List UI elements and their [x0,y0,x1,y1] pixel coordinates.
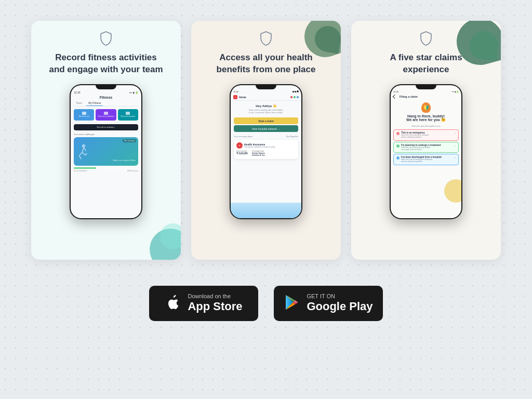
meditation-icon [104,112,108,115]
workout-icon [126,112,130,115]
shield-icon-3 [420,31,432,46]
p3-shield-icon: 🔰 [421,102,431,113]
p3-discharged-dot [396,156,400,159]
app-store-small-text: Download on the [188,293,242,300]
status-bar-1: 12:30 ▪▪▪ ▮ 🔋 [71,89,141,94]
yellow-deco [444,179,461,203]
google-play-large-text: Google Play [307,300,373,313]
p2-nav-dots [290,96,299,98]
p1-contributors: 🏃 12 Contributors 14/25 kms done [71,170,141,172]
svg-line-4 [82,152,85,155]
claims-phone-mockup: 12:30 ▪▪▪ ▮ 🔋 Filing a claim 🔰 Hang in t… [390,84,462,219]
p2-insurance-card: + Health Insurance Your group mediclaim … [234,140,298,159]
p3-header: Filing a claim [391,94,461,100]
apple-icon [165,294,181,313]
p3-select-label: Select the option that applies to you [391,124,461,128]
p1-tab-team[interactable]: Team [74,100,84,106]
app-store-text: Download on the App Store [188,293,242,314]
fitness-card-title: Record fitness activities and engage wit… [49,52,163,76]
p3-greeting: Hang in there, buddy!We are here for you… [391,114,461,124]
p1-badge: 8hrs remaining [123,139,136,142]
p1-record-meditation-btn[interactable]: Record a meditation [96,109,116,121]
svg-line-3 [79,156,82,159]
p3-discharged-arrow: › [455,156,456,159]
health-card-title: Access all your health benefits from one… [217,52,316,76]
p1-tabs: Team My Fitness [74,100,138,107]
health-phone-mockup: 12:30 ⌂ Home [230,84,302,219]
p1-challenges: Your active challenges 8hrs remaining [71,131,141,167]
google-play-small-text: GET IT ON [307,293,373,300]
p1-challenge-card: 8hrs remaining [74,137,138,166]
p2-topbar: 12:30 [231,89,301,94]
p2-start-claim-btn[interactable]: Start a claim [234,117,298,124]
p1-record-activity-btn[interactable]: Record an activity + [74,124,138,130]
p2-wave-deco [231,203,301,218]
phones-section: Record fitness activities and engage wit… [0,0,532,270]
svg-point-0 [82,144,86,148]
p1-progress-bar-container [74,167,138,169]
google-play-button[interactable]: GET IT ON Google Play [274,286,383,321]
shield-icon [100,31,112,46]
p3-treatment-option[interactable]: I'm planning to undergo a treatment Sele… [393,142,459,153]
google-play-text: GET IT ON Google Play [307,293,373,314]
p2-health-icon: + [236,142,243,149]
p1-record-run-btn[interactable]: Record a run [74,109,94,121]
p2-home-icon: ⌂ [233,95,237,99]
p3-emergency-option[interactable]: This is an emergency Select this if you'… [393,129,459,141]
p2-home-label: Home [239,96,246,99]
runner-icon [76,143,91,163]
google-play-icon [284,294,300,313]
p3-emergency-arrow: › [455,131,456,135]
app-store-large-text: App Store [188,300,242,313]
p3-emergency-dot [396,132,400,135]
p3-discharged-option[interactable]: I've been discharged from a hospital Sel… [393,154,459,165]
p2-view-hospital-btn[interactable]: View hospital network → [234,125,298,132]
claims-card: A five star claims experience 12:30 ▪▪▪ … [351,21,501,260]
p3-icon-area: 🔰 [391,100,461,114]
app-store-button[interactable]: Download on the App Store [149,286,258,321]
p1-progress-bar [74,167,96,169]
p3-back-icon[interactable] [393,95,397,99]
p3-topbar: 12:30 ▪▪▪ ▮ 🔋 [391,89,461,94]
p1-record-workout-btn[interactable]: Record a workout [118,109,138,121]
p2-nav: ⌂ Home [231,94,301,101]
claims-card-title: A five star claims experience [390,52,462,76]
health-card: Access all your health benefits from one… [191,21,341,260]
svg-line-6 [84,148,86,151]
p1-tab-myfitness[interactable]: My Fitness [86,100,103,106]
p1-header: Fitness [71,94,141,100]
p1-challenges-label: Your active challenges [74,133,138,136]
svg-line-2 [79,152,83,156]
p3-treatment-arrow: › [455,144,456,148]
p2-coverage-label: Your coverage plans By Shapeller [231,133,301,139]
svg-line-5 [85,153,87,155]
p2-greeting: Hey Aditya 👋 Hope you're staying safe an… [231,101,301,116]
fitness-phone-mockup: 12:30 ▪▪▪ ▮ 🔋 Fitness Team My Fitness Re… [70,84,142,219]
run-icon [82,112,86,115]
shield-icon-2 [260,31,272,46]
p1-action-buttons: Record a run Record a meditation Record … [71,107,141,123]
fitness-card: Record fitness activities and engage wit… [31,21,181,260]
phone-notch-2 [256,85,276,89]
phone-notch-1 [96,85,116,89]
svg-line-1 [82,148,84,152]
download-section: Download on the App Store [149,270,383,331]
phone-notch-3 [416,85,436,89]
p3-treatment-dot [396,144,400,148]
